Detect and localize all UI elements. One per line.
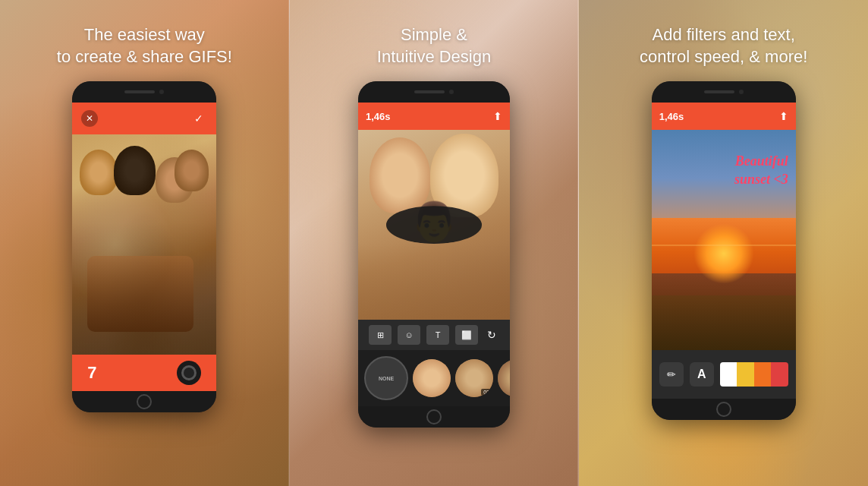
panel-2-line2: Intuitive Design: [377, 46, 491, 68]
refresh-tool-icon[interactable]: ↻: [484, 325, 499, 345]
panel-3: Add filters and text, control speed, & m…: [579, 0, 868, 486]
panel-3-line2: control speed, & more!: [640, 46, 807, 68]
color-swatch-strip[interactable]: [720, 362, 788, 387]
panel-3-line1: Add filters and text,: [640, 24, 807, 46]
text-overlay-line1: Beautiful: [734, 153, 788, 170]
share-icon[interactable]: ⬆: [493, 110, 502, 122]
frame-thumb-1[interactable]: [413, 359, 451, 397]
panel-2-line1: Simple &: [377, 24, 491, 46]
phone-1-speaker: [124, 90, 155, 93]
timer-label-3: 1,46s: [659, 111, 684, 122]
text-overlay-line2: sunset <3: [734, 171, 788, 188]
sunset-glow: [693, 223, 754, 284]
phone-2-camera: [449, 90, 454, 94]
swatch-red[interactable]: [771, 362, 788, 387]
phone-2-bottom: [358, 406, 510, 428]
panel-1-heading: The easiest way to create & share GIFS!: [57, 0, 232, 68]
phone-3-screen: 1,46s ⬆ Beautiful sunset <3 ✏: [652, 103, 796, 399]
swatch-orange[interactable]: [754, 362, 772, 387]
phone-3-bottombar: ✏ A: [652, 350, 796, 399]
share-icon-3[interactable]: ⬆: [779, 110, 788, 122]
check-button[interactable]: ✓: [190, 110, 207, 127]
phone-1-bottom: [72, 391, 216, 412]
panel-2: Simple & Intuitive Design 1,46s ⬆ 👨 ⊞: [289, 0, 580, 486]
frame-strip: NONE 02 03 04: [358, 350, 510, 406]
phone-3-topbar: 1,46s ⬆: [652, 103, 796, 130]
phone-1-screen: ✕ ✓ 7: [72, 103, 216, 391]
phone-1: ✕ ✓ 7: [72, 81, 216, 412]
phone-2: 1,46s ⬆ 👨 ⊞ ☺ T ⬜ ↻ NONE: [358, 81, 510, 428]
timer-label: 1,46s: [366, 111, 391, 122]
frame-none[interactable]: NONE: [364, 356, 408, 400]
phone-2-toolbar: ⊞ ☺ T ⬜ ↻: [358, 320, 510, 350]
text-tool-icon[interactable]: T: [426, 325, 449, 345]
phone-3-top: [652, 81, 796, 103]
phone-3-camera: [739, 90, 744, 94]
grid-tool-icon[interactable]: ⊞: [369, 325, 392, 345]
phone-1-top: [72, 81, 216, 103]
close-button[interactable]: ✕: [81, 110, 98, 127]
record-button[interactable]: [177, 361, 201, 385]
frame-label-2: 02: [481, 389, 492, 396]
phone-2-topbar: 1,46s ⬆: [358, 103, 510, 130]
text-overlay: Beautiful sunset <3: [734, 153, 788, 188]
panel-2-heading: Simple & Intuitive Design: [377, 0, 491, 68]
panel-1-line2: to create & share GIFS!: [57, 46, 232, 68]
phone-3-bottom: [652, 399, 796, 420]
home-button-3[interactable]: [716, 402, 731, 417]
phone-3-speaker: [704, 90, 734, 93]
home-button-2[interactable]: [426, 409, 442, 424]
phone-2-photo: 👨: [358, 130, 510, 320]
face-tool-icon[interactable]: ☺: [398, 325, 420, 345]
phone-1-photo: [72, 134, 216, 355]
home-button[interactable]: [137, 394, 152, 409]
frame-thumb-3[interactable]: 03: [498, 359, 510, 397]
phone-3-photo: Beautiful sunset <3: [652, 130, 796, 350]
panel-1: The easiest way to create & share GIFS! …: [0, 0, 289, 486]
phone-2-screen: 1,46s ⬆ 👨 ⊞ ☺ T ⬜ ↻ NONE: [358, 103, 510, 406]
phone-2-top: [358, 81, 510, 103]
divider-2: [577, 0, 578, 486]
swatch-white[interactable]: [720, 362, 737, 387]
phone-1-camera: [159, 90, 164, 94]
phone-3: 1,46s ⬆ Beautiful sunset <3 ✏: [652, 81, 796, 420]
sticker-tool-icon[interactable]: ⬜: [455, 325, 478, 345]
pencil-icon[interactable]: ✏: [659, 362, 684, 387]
frame-counter: 7: [87, 363, 96, 383]
swatch-yellow[interactable]: [737, 362, 754, 387]
record-inner: [181, 365, 197, 380]
divider-1: [288, 0, 289, 486]
phone-1-topbar: ✕ ✓: [72, 103, 216, 134]
phone-1-bottombar: 7: [72, 355, 216, 391]
font-icon[interactable]: A: [690, 362, 714, 387]
panel-3-heading: Add filters and text, control speed, & m…: [640, 0, 807, 68]
panel-1-line1: The easiest way: [57, 24, 232, 46]
frame-thumb-2[interactable]: 02: [455, 359, 493, 397]
phone-2-speaker: [414, 90, 445, 93]
